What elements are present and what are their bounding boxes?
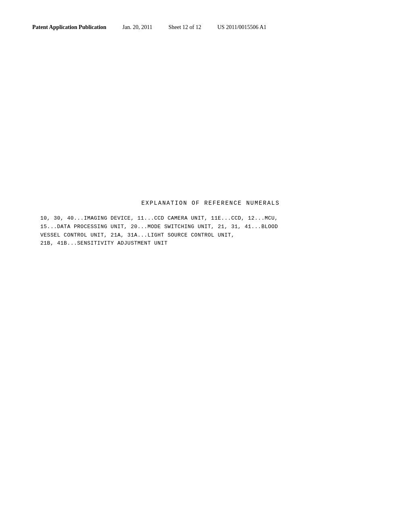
reference-line-3: VESSEL CONTROL UNIT, 21A, 31A...LIGHT SO…: [40, 231, 381, 240]
reference-line-2: 15...DATA PROCESSING UNIT, 20...MODE SWI…: [40, 223, 381, 231]
header-sheet: Sheet 12 of 12: [169, 24, 201, 31]
reference-line-4: 21B, 41B...SENSITIVITY ADJUSTMENT UNIT: [40, 239, 381, 248]
publication-label: Patent Application Publication: [32, 24, 106, 31]
header-patent-number: US 2011/0015506 A1: [217, 24, 267, 31]
content-area: EXPLANATION OF REFERENCE NUMERALS 10, 30…: [32, 200, 381, 248]
reference-numerals-block: 10, 30, 40...IMAGING DEVICE, 11...CCD CA…: [40, 214, 381, 248]
page-header: Patent Application Publication Jan. 20, …: [32, 24, 381, 31]
page-container: Patent Application Publication Jan. 20, …: [0, 0, 413, 532]
header-date: Jan. 20, 2011: [123, 24, 152, 31]
section-title: EXPLANATION OF REFERENCE NUMERALS: [40, 200, 381, 206]
reference-line-1: 10, 30, 40...IMAGING DEVICE, 11...CCD CA…: [40, 214, 381, 223]
